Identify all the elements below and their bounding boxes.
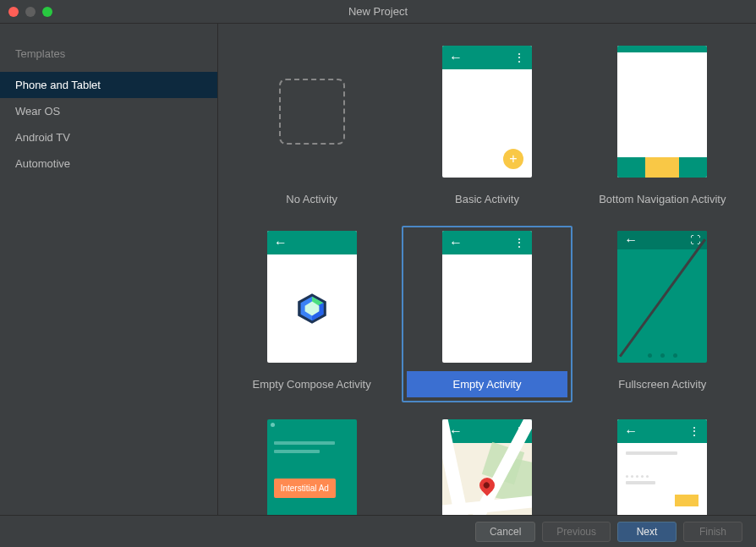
- template-label: Empty Compose Activity: [244, 375, 380, 394]
- template-thumbnail: [617, 46, 707, 178]
- sidebar-header: Templates: [0, 41, 217, 72]
- map-marker-icon: [479, 478, 495, 493]
- sidebar-item-label: Wear OS: [15, 105, 60, 118]
- template-label: Bottom Navigation Activity: [590, 189, 734, 209]
- back-arrow-icon: ←: [449, 235, 463, 250]
- overflow-menu-icon: ⋮: [688, 424, 700, 438]
- template-google-maps-activity[interactable]: ← ⋮ Google Maps Activity: [402, 414, 572, 515]
- dashed-placeholder-icon: [279, 79, 345, 145]
- sidebar-item-automotive[interactable]: Automotive: [0, 150, 217, 177]
- window-close-button[interactable]: [8, 7, 19, 17]
- template-empty-compose-activity[interactable]: ← Empty Compose Activity: [227, 226, 397, 402]
- template-thumbnail: [267, 46, 357, 178]
- overflow-menu-icon: ⋮: [513, 236, 525, 249]
- window-titlebar: New Project: [0, 0, 756, 24]
- template-label: Empty Activity: [407, 371, 567, 397]
- template-thumbnail: Interstitial Ad: [267, 419, 357, 515]
- sidebar-item-wear-os[interactable]: Wear OS: [0, 98, 217, 124]
- login-submit-icon: [675, 495, 698, 506]
- templates-sidebar: Templates Phone and Tablet Wear OS Andro…: [0, 24, 218, 515]
- template-label: Fullscreen Activity: [610, 375, 715, 394]
- template-label: Basic Activity: [446, 189, 528, 209]
- window-controls: [0, 7, 52, 17]
- template-empty-activity[interactable]: ← ⋮ Empty Activity: [402, 226, 572, 402]
- sidebar-item-label: Automotive: [15, 157, 70, 170]
- page-indicator-dots: [617, 353, 707, 358]
- sidebar-item-android-tv[interactable]: Android TV: [0, 124, 217, 150]
- cancel-button[interactable]: Cancel: [475, 522, 535, 542]
- back-arrow-icon: ←: [624, 232, 638, 248]
- sidebar-item-phone-and-tablet[interactable]: Phone and Tablet: [0, 72, 217, 98]
- jetpack-compose-icon: [294, 291, 330, 326]
- template-thumbnail: ← ⋮: [442, 419, 532, 515]
- template-no-activity[interactable]: No Activity: [227, 41, 397, 214]
- template-thumbnail: ← ⋮: [442, 231, 532, 363]
- back-arrow-icon: ←: [624, 424, 638, 439]
- previous-button: Previous: [542, 522, 611, 542]
- status-dot-icon: [271, 423, 275, 427]
- ad-badge: Interstitial Ad: [274, 479, 336, 498]
- map-preview: [442, 443, 532, 515]
- window-title: New Project: [348, 5, 408, 18]
- template-thumbnail: ← ⋮ +: [442, 46, 532, 178]
- window-minimize-button[interactable]: [25, 7, 36, 17]
- window-maximize-button[interactable]: [42, 7, 52, 17]
- wizard-footer: Cancel Previous Next Finish: [0, 515, 756, 547]
- template-label: No Activity: [277, 189, 346, 209]
- bottom-navigation-bar-icon: [617, 157, 707, 178]
- fab-add-icon: +: [503, 149, 523, 169]
- template-thumbnail: ← ⛶: [617, 231, 707, 363]
- diagonal-divider-icon: [617, 249, 707, 344]
- sidebar-item-label: Phone and Tablet: [15, 79, 101, 91]
- templates-gallery: No Activity ← ⋮ + Basic Activity: [218, 24, 756, 515]
- template-login-activity[interactable]: ← ⋮ Login Activity: [578, 414, 748, 515]
- template-bottom-navigation-activity[interactable]: Bottom Navigation Activity: [578, 41, 748, 214]
- template-thumbnail: ←: [267, 231, 357, 363]
- template-interstitial-ad[interactable]: Interstitial Ad Interstitial Ad: [227, 414, 397, 515]
- finish-button: Finish: [683, 522, 742, 542]
- next-button[interactable]: Next: [617, 522, 677, 542]
- template-fullscreen-activity[interactable]: ← ⛶ Fullscreen Activity: [578, 226, 748, 402]
- template-thumbnail: ← ⋮: [617, 419, 707, 515]
- sidebar-item-label: Android TV: [15, 131, 70, 144]
- template-basic-activity[interactable]: ← ⋮ + Basic Activity: [402, 41, 572, 214]
- back-arrow-icon: ←: [449, 50, 463, 65]
- back-arrow-icon: ←: [274, 235, 288, 250]
- overflow-menu-icon: ⋮: [513, 51, 525, 64]
